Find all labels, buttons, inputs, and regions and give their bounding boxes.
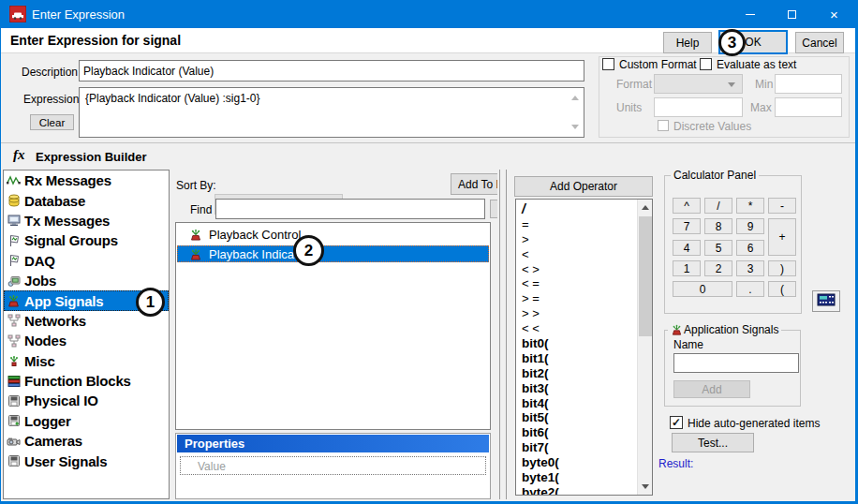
find-label: Find bbox=[190, 203, 212, 216]
name-input[interactable] bbox=[673, 353, 799, 373]
signal-groups-icon bbox=[6, 233, 22, 247]
calc-key-4[interactable]: 4 bbox=[673, 240, 701, 256]
scrollbar-thumb[interactable] bbox=[639, 216, 652, 336]
sidebar-item-function-blocks[interactable]: Function Blocks bbox=[4, 371, 169, 391]
calc-key-minus[interactable]: - bbox=[768, 198, 796, 214]
splitter[interactable] bbox=[499, 170, 500, 499]
tx-messages-icon bbox=[6, 214, 22, 228]
operator-item[interactable]: byte0( bbox=[516, 455, 652, 470]
calc-key-1[interactable]: 1 bbox=[673, 260, 701, 276]
window-title: Enter Expression bbox=[32, 7, 125, 22]
operator-item[interactable]: bit0( bbox=[516, 336, 652, 351]
list-item-playback-indicator[interactable]: Playback Indicator bbox=[177, 245, 489, 262]
sidebar-item-nodes[interactable]: Nodes bbox=[4, 331, 169, 350]
format-dropdown[interactable] bbox=[654, 74, 743, 94]
operator-item[interactable]: bit6( bbox=[516, 425, 652, 440]
operator-item[interactable]: < = bbox=[516, 276, 652, 291]
sidebar-item-tx-messages[interactable]: Tx Messages bbox=[4, 211, 169, 230]
calc-key-plus[interactable]: + bbox=[768, 218, 796, 256]
list-item-playback-control[interactable]: Playback Control bbox=[176, 226, 490, 243]
hide-auto-generated-checkbox[interactable]: ✓ bbox=[670, 416, 683, 429]
operator-item[interactable]: bit7( bbox=[516, 440, 652, 455]
operator-listbox[interactable]: / = > < < > < = > = > > < < bit0( bit1( … bbox=[515, 199, 653, 496]
operator-item[interactable]: = bbox=[516, 217, 652, 232]
calc-key-2[interactable]: 2 bbox=[704, 260, 732, 276]
sidebar-item-rx-messages[interactable]: Rx Messages bbox=[4, 170, 169, 190]
test-button[interactable]: Test... bbox=[672, 433, 754, 452]
maximize-button[interactable] bbox=[771, 0, 813, 28]
max-input[interactable] bbox=[775, 97, 842, 117]
custom-format-checkbox[interactable] bbox=[602, 58, 614, 70]
evaluate-as-text-checkbox[interactable] bbox=[700, 58, 712, 70]
title-bar[interactable]: Enter Expression × bbox=[1, 0, 855, 28]
user-signals-icon bbox=[6, 454, 22, 468]
operator-item[interactable]: bit4( bbox=[516, 396, 652, 411]
calc-key-caret[interactable]: ^ bbox=[673, 198, 701, 214]
calc-key-7[interactable]: 7 bbox=[673, 218, 701, 234]
discrete-values-checkbox[interactable] bbox=[658, 120, 669, 131]
calc-key-8[interactable]: 8 bbox=[704, 218, 732, 234]
calc-key-3[interactable]: 3 bbox=[736, 260, 764, 276]
chevron-down-icon bbox=[728, 82, 735, 87]
operator-item[interactable]: < bbox=[516, 247, 652, 262]
units-input[interactable] bbox=[654, 97, 743, 117]
clear-button[interactable]: Clear bbox=[30, 114, 74, 130]
sidebar-item-label: Nodes bbox=[24, 333, 67, 348]
calc-key-5[interactable]: 5 bbox=[704, 240, 732, 256]
calculator-toggle-button[interactable] bbox=[812, 290, 840, 312]
operator-scrollbar[interactable] bbox=[637, 200, 652, 495]
calc-key-9[interactable]: 9 bbox=[736, 218, 764, 234]
description-input[interactable] bbox=[79, 60, 584, 82]
operator-item[interactable]: bit5( bbox=[516, 410, 652, 425]
sidebar-item-misc[interactable]: Misc bbox=[4, 351, 169, 371]
add-to-expression-button[interactable]: Add To Ex bbox=[451, 173, 497, 195]
sidebar-item-user-signals[interactable]: User Signals bbox=[4, 451, 169, 470]
operator-item[interactable]: byte2( bbox=[516, 485, 652, 496]
operator-item[interactable]: bit1( bbox=[516, 351, 652, 366]
nodes-icon bbox=[6, 334, 22, 348]
min-input[interactable] bbox=[775, 74, 842, 94]
cancel-button[interactable]: Cancel bbox=[795, 32, 844, 53]
calc-key-6[interactable]: 6 bbox=[736, 240, 764, 256]
operator-item[interactable]: > bbox=[516, 232, 652, 247]
sidebar-item-physical-io[interactable]: Physical IO bbox=[4, 391, 169, 410]
splitter[interactable] bbox=[506, 170, 507, 499]
operator-item[interactable]: < > bbox=[516, 262, 652, 277]
scroll-down-icon[interactable] bbox=[642, 484, 649, 489]
operator-item[interactable]: bit3( bbox=[516, 381, 652, 396]
find-input[interactable] bbox=[215, 199, 485, 219]
operator-item[interactable]: > = bbox=[516, 291, 652, 306]
expression-scrollbar[interactable] bbox=[569, 89, 583, 136]
sidebar-item-signal-groups[interactable]: Signal Groups bbox=[4, 230, 169, 250]
operator-item[interactable]: / bbox=[516, 202, 652, 217]
properties-value-row[interactable]: Value bbox=[180, 456, 486, 475]
sidebar-item-logger[interactable]: Logger bbox=[4, 411, 169, 431]
scroll-up-icon[interactable] bbox=[571, 96, 579, 100]
add-button[interactable]: Add bbox=[673, 380, 750, 398]
expression-input[interactable]: {Playback Indicator (Value) :sig1-0} bbox=[79, 87, 584, 138]
signal-listbox[interactable]: Playback Control Playback Indicator bbox=[175, 222, 491, 430]
scroll-down-icon[interactable] bbox=[571, 125, 579, 129]
sidebar-item-jobs[interactable]: Jobs bbox=[4, 271, 169, 290]
close-button[interactable]: × bbox=[813, 0, 855, 28]
clipped-button[interactable] bbox=[490, 200, 497, 218]
calc-key-divide[interactable]: / bbox=[704, 198, 732, 214]
sidebar-item-daq[interactable]: DAQ bbox=[4, 251, 169, 271]
minimize-button[interactable] bbox=[729, 0, 771, 28]
operator-item[interactable]: byte1( bbox=[516, 470, 652, 485]
application-signals-icon bbox=[671, 324, 683, 335]
calc-key-decimal[interactable]: . bbox=[736, 281, 764, 297]
help-button[interactable]: Help bbox=[663, 32, 712, 53]
operator-item[interactable]: < < bbox=[516, 321, 652, 336]
operator-item[interactable]: bit2( bbox=[516, 366, 652, 381]
add-operator-button[interactable]: Add Operator bbox=[514, 176, 653, 197]
sidebar-item-database[interactable]: Database bbox=[4, 190, 169, 210]
calc-key-0[interactable]: 0 bbox=[673, 281, 732, 297]
calc-key-close-paren[interactable]: ) bbox=[768, 260, 796, 276]
calc-key-multiply[interactable]: * bbox=[736, 198, 764, 214]
operator-item[interactable]: > > bbox=[516, 306, 652, 321]
sort-by-label: Sort By: bbox=[176, 179, 216, 192]
sidebar-item-cameras[interactable]: Cameras bbox=[4, 431, 169, 451]
scroll-up-icon[interactable] bbox=[642, 205, 649, 210]
calc-key-open-paren[interactable]: ( bbox=[768, 281, 796, 297]
